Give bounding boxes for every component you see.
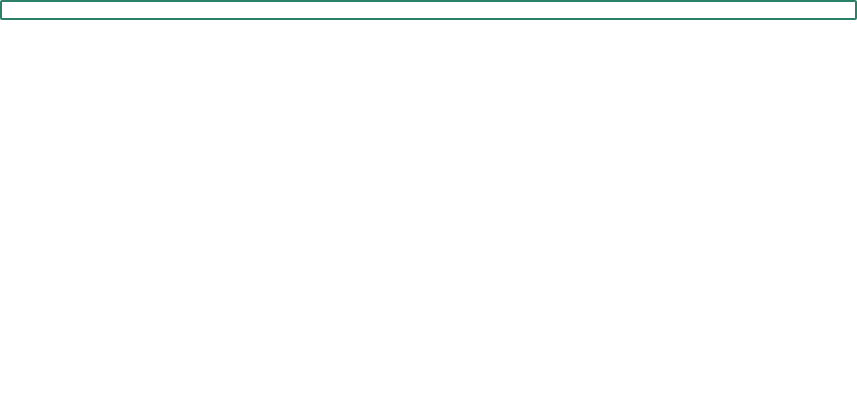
- data-table-wrap: 批次一级单位单位名称一级工程名称项目定义号下达日期国网分类项目单位竣工年份总投资…: [0, 0, 857, 20]
- table-panel: 新增删除模板下载分配项目经理批量导入: [0, 0, 857, 20]
- app-body: 项目管理▴•正式项目设计管理▾需求管理▾补库管理▾补库策略▾系统管理▾ 项目定义…: [0, 0, 857, 20]
- app-window: 国家电网 STATE GRID 国网福建省电力有限公司 STATE GRID F…: [0, 0, 857, 20]
- main-content: 项目定义: 项目名称: 项目单位: 项目负责人:: [0, 0, 857, 20]
- table-zone: 批次一级单位单位名称一级工程名称项目定义号下达日期国网分类项目单位竣工年份总投资…: [0, 0, 857, 20]
